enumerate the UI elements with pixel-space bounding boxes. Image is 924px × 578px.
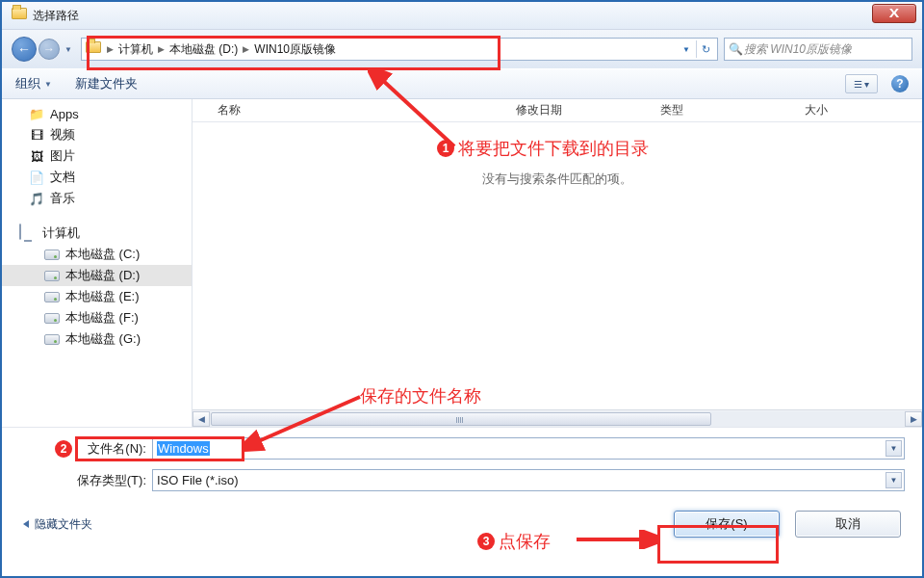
footer: 隐藏文件夹 保存(S) 取消 — [2, 501, 922, 545]
filetype-dropdown[interactable]: ▼ — [886, 472, 902, 488]
sidebar-item-label: 计算机 — [42, 224, 80, 242]
cancel-button-label: 取消 — [835, 515, 860, 533]
filename-value: Windows — [157, 441, 210, 456]
search-placeholder: 搜索 WIN10原版镜像 — [744, 41, 852, 58]
breadcrumb-sep: ▶ — [105, 44, 116, 54]
drive-icon — [44, 310, 60, 326]
sidebar-item-label: Apps — [50, 107, 79, 121]
sidebar-computer-group: 计算机 本地磁盘 (C:) 本地磁盘 (D:) 本地磁盘 (E:) 本地磁盘 (… — [2, 223, 192, 350]
filename-row: 文件名(N): Windows ▼ — [69, 437, 905, 460]
picture-icon: 🖼 — [29, 148, 44, 164]
sidebar-item-apps[interactable]: 📁Apps — [2, 103, 192, 124]
sidebar-item-label: 本地磁盘 (C:) — [65, 246, 140, 263]
folder-icon — [86, 41, 101, 57]
sidebar-item-computer[interactable]: 计算机 — [2, 223, 192, 244]
titlebar: 选择路径 X — [2, 2, 922, 30]
sidebar-item-label: 图片 — [50, 147, 75, 165]
help-button[interactable]: ? — [891, 75, 909, 92]
organize-menu[interactable]: 组织▼ — [15, 75, 52, 92]
sidebar-drive-g[interactable]: 本地磁盘 (G:) — [2, 328, 192, 350]
address-history-dropdown[interactable]: ▼ — [679, 40, 694, 58]
sidebar-item-label: 文档 — [50, 169, 75, 186]
view-options-button[interactable]: ☰ ▾ — [845, 74, 878, 93]
breadcrumb-sep: ▶ — [156, 44, 167, 54]
save-form: 文件名(N): Windows ▼ 保存类型(T): ISO File (*.i… — [2, 427, 922, 491]
filename-dropdown[interactable]: ▼ — [886, 440, 902, 457]
sidebar-drive-c[interactable]: 本地磁盘 (C:) — [2, 244, 192, 265]
file-list-area: 名称 修改日期 类型 大小 没有与搜索条件匹配的项。 ◀ ▶ — [192, 99, 922, 427]
refresh-button[interactable]: ↻ — [696, 40, 715, 58]
sidebar-item-label: 本地磁盘 (E:) — [65, 288, 140, 305]
close-button[interactable]: X — [872, 4, 916, 23]
document-icon: 📄 — [29, 170, 44, 185]
sidebar-drive-f[interactable]: 本地磁盘 (F:) — [2, 307, 192, 328]
save-button[interactable]: 保存(S) — [674, 511, 780, 538]
sidebar-item-label: 本地磁盘 (G:) — [65, 330, 141, 348]
nav-history-dropdown[interactable]: ▼ — [62, 37, 75, 62]
column-type[interactable]: 类型 — [660, 102, 805, 118]
back-button[interactable]: ← — [12, 37, 37, 62]
sidebar-item-label: 音乐 — [50, 190, 75, 207]
collapse-icon — [23, 520, 29, 528]
filename-label: 文件名(N): — [69, 440, 152, 458]
search-icon: 🔍 — [729, 42, 742, 56]
sidebar-drive-e[interactable]: 本地磁盘 (E:) — [2, 286, 192, 307]
hide-folders-label: 隐藏文件夹 — [35, 516, 92, 533]
sidebar-item-label: 本地磁盘 (F:) — [65, 309, 139, 327]
drive-icon — [44, 331, 60, 347]
search-input[interactable]: 🔍 搜索 WIN10原版镜像 — [724, 38, 912, 61]
column-size[interactable]: 大小 — [805, 102, 922, 118]
hide-folders-toggle[interactable]: 隐藏文件夹 — [23, 516, 92, 533]
sidebar[interactable]: 📁Apps 🎞视频 🖼图片 📄文档 🎵音乐 计算机 本地磁盘 (C:) 本地磁盘… — [2, 99, 192, 427]
window-title: 选择路径 — [33, 8, 79, 24]
sidebar-item-label: 视频 — [50, 126, 75, 144]
app-icon — [12, 8, 27, 23]
new-folder-button[interactable]: 新建文件夹 — [75, 75, 138, 92]
sidebar-item-videos[interactable]: 🎞视频 — [2, 124, 192, 145]
horizontal-scrollbar[interactable]: ◀ ▶ — [192, 409, 922, 427]
scroll-track[interactable] — [210, 411, 905, 427]
sidebar-drive-d[interactable]: 本地磁盘 (D:) — [2, 265, 192, 286]
sidebar-item-music[interactable]: 🎵音乐 — [2, 188, 192, 209]
column-modified[interactable]: 修改日期 — [516, 102, 660, 118]
column-headers[interactable]: 名称 修改日期 类型 大小 — [192, 99, 922, 122]
address-bar[interactable]: ▶ 计算机 ▶ 本地磁盘 (D:) ▶ WIN10原版镜像 ▼ ↻ — [81, 38, 718, 61]
filetype-value: ISO File (*.iso) — [157, 473, 239, 487]
sidebar-item-label: 本地磁盘 (D:) — [65, 267, 140, 284]
scroll-right-button[interactable]: ▶ — [905, 411, 922, 427]
scroll-left-button[interactable]: ◀ — [192, 411, 210, 427]
drive-icon — [44, 289, 60, 304]
forward-button[interactable]: → — [38, 39, 60, 60]
drive-icon — [44, 247, 60, 262]
empty-message: 没有与搜索条件匹配的项。 — [192, 122, 922, 409]
sidebar-item-pictures[interactable]: 🖼图片 — [2, 145, 192, 167]
computer-icon — [19, 224, 37, 242]
body: 📁Apps 🎞视频 🖼图片 📄文档 🎵音乐 计算机 本地磁盘 (C:) 本地磁盘… — [2, 99, 922, 427]
video-icon: 🎞 — [29, 127, 44, 143]
toolbar: 组织▼ 新建文件夹 ☰ ▾ ? — [2, 68, 922, 99]
filetype-select[interactable]: ISO File (*.iso) ▼ — [152, 469, 905, 491]
filetype-row: 保存类型(T): ISO File (*.iso) ▼ — [69, 469, 905, 491]
breadcrumb-folder[interactable]: WIN10原版镜像 — [251, 41, 339, 58]
sidebar-item-documents[interactable]: 📄文档 — [2, 167, 192, 188]
nav-row: ← → ▼ ▶ 计算机 ▶ 本地磁盘 (D:) ▶ WIN10原版镜像 ▼ ↻ … — [2, 30, 922, 68]
cancel-button[interactable]: 取消 — [795, 511, 901, 538]
breadcrumb-drive-d[interactable]: 本地磁盘 (D:) — [167, 41, 241, 58]
music-icon: 🎵 — [29, 191, 44, 206]
apps-icon: 📁 — [29, 106, 44, 121]
organize-label: 组织 — [15, 75, 40, 92]
drive-icon — [44, 268, 60, 283]
scroll-thumb[interactable] — [211, 412, 711, 426]
breadcrumb-computer[interactable]: 计算机 — [116, 41, 156, 58]
filename-input[interactable]: Windows ▼ — [152, 437, 905, 460]
save-button-label: 保存(S) — [706, 515, 747, 533]
column-name[interactable]: 名称 — [218, 102, 516, 118]
new-folder-label: 新建文件夹 — [75, 75, 138, 92]
sidebar-favorites-group: 📁Apps 🎞视频 🖼图片 📄文档 🎵音乐 — [2, 103, 192, 209]
filetype-label: 保存类型(T): — [69, 472, 152, 489]
breadcrumb-sep: ▶ — [241, 44, 251, 54]
